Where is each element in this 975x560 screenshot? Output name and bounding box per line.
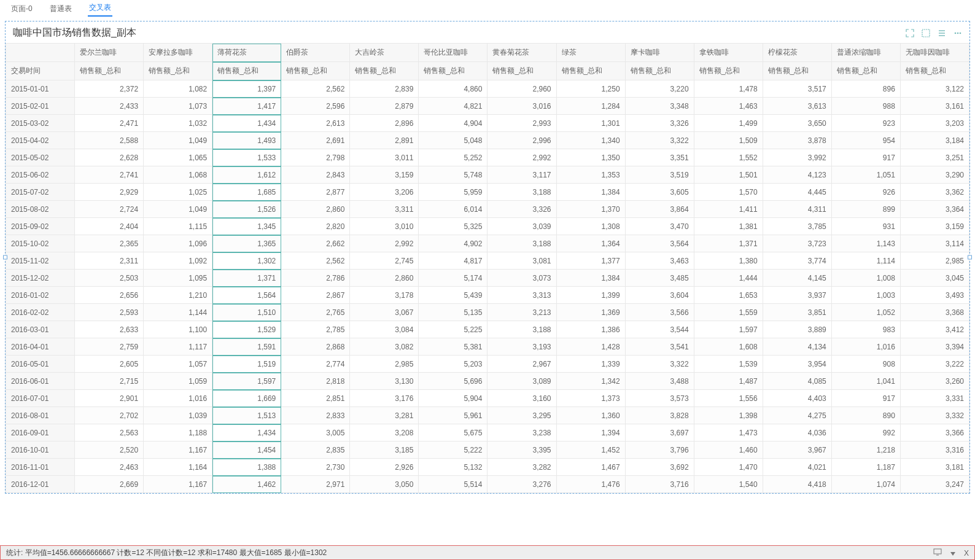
data-cell[interactable]: 3,220 — [625, 80, 694, 98]
data-cell[interactable]: 2,879 — [350, 98, 419, 115]
row-header-date[interactable]: 2015-01-01 — [6, 80, 75, 98]
data-cell[interactable]: 3,851 — [763, 304, 831, 321]
data-cell[interactable]: 1,519 — [212, 356, 281, 373]
data-cell[interactable]: 2,741 — [75, 166, 144, 184]
data-cell[interactable]: 4,145 — [763, 270, 831, 287]
data-cell[interactable]: 3,290 — [900, 166, 969, 184]
data-cell[interactable]: 1,509 — [694, 132, 763, 149]
data-cell[interactable]: 1,487 — [694, 373, 763, 390]
data-cell[interactable]: 1,397 — [212, 80, 281, 98]
data-cell[interactable]: 2,562 — [281, 80, 350, 98]
row-header-date[interactable]: 2016-01-02 — [6, 287, 75, 304]
data-cell[interactable]: 1,210 — [144, 287, 212, 304]
data-cell[interactable]: 1,564 — [212, 287, 281, 304]
data-cell[interactable]: 4,275 — [763, 407, 831, 424]
data-cell[interactable]: 3,045 — [900, 270, 969, 287]
data-cell[interactable]: 5,675 — [419, 424, 487, 441]
data-cell[interactable]: 2,992 — [487, 149, 556, 166]
col-header-product[interactable]: 哥伦比亚咖啡 — [419, 44, 487, 62]
col-header-product[interactable]: 绿茶 — [556, 44, 625, 62]
data-cell[interactable]: 3,954 — [763, 356, 831, 373]
row-header-date[interactable]: 2015-04-02 — [6, 132, 75, 149]
data-cell[interactable]: 1,529 — [212, 321, 281, 338]
data-cell[interactable]: 1,476 — [556, 476, 625, 493]
row-header-date[interactable]: 2015-03-02 — [6, 115, 75, 132]
col-header-product[interactable]: 摩卡咖啡 — [625, 44, 694, 62]
data-cell[interactable]: 2,613 — [281, 115, 350, 132]
data-cell[interactable]: 3,282 — [487, 459, 556, 476]
data-cell[interactable]: 1,051 — [831, 166, 900, 184]
data-cell[interactable]: 1,008 — [831, 270, 900, 287]
row-header-date[interactable]: 2016-03-01 — [6, 321, 75, 338]
data-cell[interactable]: 2,588 — [75, 132, 144, 149]
row-header-date[interactable]: 2015-08-02 — [6, 201, 75, 218]
data-cell[interactable]: 1,501 — [694, 166, 763, 184]
data-cell[interactable]: 1,386 — [556, 321, 625, 338]
data-cell[interactable]: 1,381 — [694, 218, 763, 235]
data-cell[interactable]: 1,540 — [694, 476, 763, 493]
data-cell[interactable]: 3,605 — [625, 184, 694, 201]
data-cell[interactable]: 1,462 — [212, 476, 281, 493]
data-cell[interactable]: 2,985 — [900, 252, 969, 270]
row-header-date[interactable]: 2015-12-02 — [6, 270, 75, 287]
data-cell[interactable]: 1,452 — [556, 441, 625, 459]
data-cell[interactable]: 2,985 — [350, 356, 419, 373]
data-cell[interactable]: 1,444 — [694, 270, 763, 287]
data-cell[interactable]: 3,394 — [900, 338, 969, 356]
data-cell[interactable]: 1,370 — [556, 201, 625, 218]
row-header-date[interactable]: 2015-02-01 — [6, 98, 75, 115]
data-cell[interactable]: 3,073 — [487, 270, 556, 287]
data-cell[interactable]: 2,835 — [281, 441, 350, 459]
data-cell[interactable]: 3,992 — [763, 149, 831, 166]
data-cell[interactable]: 1,342 — [556, 373, 625, 390]
data-cell[interactable]: 1,653 — [694, 287, 763, 304]
col-header-product[interactable]: 伯爵茶 — [281, 44, 350, 62]
data-cell[interactable]: 1,114 — [831, 252, 900, 270]
row-dimension-header[interactable]: 交易时间 — [6, 62, 75, 80]
data-cell[interactable]: 3,039 — [487, 218, 556, 235]
data-cell[interactable]: 3,322 — [625, 356, 694, 373]
row-header-date[interactable]: 2016-06-01 — [6, 373, 75, 390]
data-cell[interactable]: 1,510 — [212, 304, 281, 321]
data-cell[interactable]: 1,065 — [144, 149, 212, 166]
col-header-product[interactable]: 黄春菊花茶 — [487, 44, 556, 62]
data-cell[interactable]: 3,311 — [350, 201, 419, 218]
data-cell[interactable]: 2,860 — [281, 201, 350, 218]
data-cell[interactable]: 3,089 — [487, 373, 556, 390]
data-cell[interactable]: 3,517 — [763, 80, 831, 98]
data-cell[interactable]: 3,276 — [487, 476, 556, 493]
data-cell[interactable]: 3,185 — [350, 441, 419, 459]
col-subheader[interactable]: 销售额_总和 — [212, 62, 281, 80]
data-cell[interactable]: 2,503 — [75, 270, 144, 287]
data-cell[interactable]: 2,868 — [281, 338, 350, 356]
data-cell[interactable]: 5,959 — [419, 184, 487, 201]
data-cell[interactable]: 1,371 — [694, 235, 763, 252]
data-cell[interactable]: 3,188 — [487, 321, 556, 338]
list-icon[interactable] — [938, 29, 946, 37]
col-subheader[interactable]: 销售额_总和 — [556, 62, 625, 80]
data-cell[interactable]: 2,926 — [350, 459, 419, 476]
data-cell[interactable]: 3,188 — [487, 184, 556, 201]
data-cell[interactable]: 2,702 — [75, 407, 144, 424]
data-cell[interactable]: 3,193 — [487, 338, 556, 356]
data-cell[interactable]: 3,260 — [900, 373, 969, 390]
data-cell[interactable]: 5,132 — [419, 459, 487, 476]
data-cell[interactable]: 2,867 — [281, 287, 350, 304]
data-cell[interactable]: 3,161 — [900, 98, 969, 115]
row-header-date[interactable]: 2016-07-01 — [6, 390, 75, 407]
col-subheader[interactable]: 销售额_总和 — [763, 62, 831, 80]
col-header-product[interactable]: 拿铁咖啡 — [694, 44, 763, 62]
resize-handle-right[interactable] — [968, 255, 972, 260]
row-header-date[interactable]: 2016-09-01 — [6, 424, 75, 441]
data-cell[interactable]: 2,993 — [487, 115, 556, 132]
col-subheader[interactable]: 销售额_总和 — [487, 62, 556, 80]
data-cell[interactable]: 2,404 — [75, 218, 144, 235]
data-cell[interactable]: 1,187 — [831, 459, 900, 476]
data-cell[interactable]: 3,081 — [487, 252, 556, 270]
data-cell[interactable]: 6,014 — [419, 201, 487, 218]
data-cell[interactable]: 3,519 — [625, 166, 694, 184]
data-cell[interactable]: 1,411 — [694, 201, 763, 218]
data-cell[interactable]: 3,067 — [350, 304, 419, 321]
more-icon[interactable] — [954, 29, 962, 37]
data-cell[interactable]: 1,117 — [144, 338, 212, 356]
